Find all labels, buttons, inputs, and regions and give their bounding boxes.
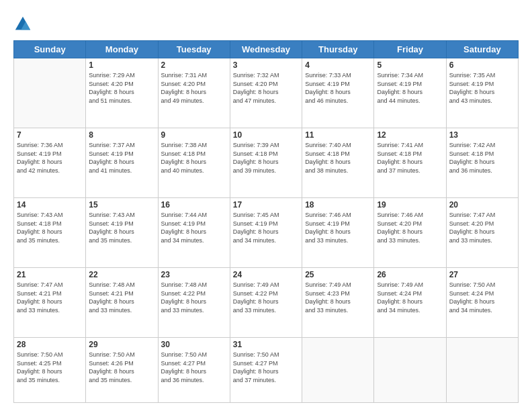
day-info: Sunrise: 7:50 AM Sunset: 4:24 PM Dayligh… <box>449 281 515 314</box>
calendar-cell: 11Sunrise: 7:40 AM Sunset: 4:18 PM Dayli… <box>302 128 374 198</box>
calendar-cell: 15Sunrise: 7:43 AM Sunset: 4:19 PM Dayli… <box>86 198 158 268</box>
logo-icon <box>13 15 32 34</box>
day-info: Sunrise: 7:50 AM Sunset: 4:26 PM Dayligh… <box>89 351 154 384</box>
day-number: 30 <box>161 340 227 349</box>
day-number: 22 <box>89 270 154 279</box>
calendar-table: SundayMondayTuesdayWednesdayThursdayFrid… <box>13 40 519 403</box>
day-info: Sunrise: 7:40 AM Sunset: 4:18 PM Dayligh… <box>305 141 371 175</box>
day-info: Sunrise: 7:36 AM Sunset: 4:19 PM Dayligh… <box>17 141 83 175</box>
day-info: Sunrise: 7:50 AM Sunset: 4:27 PM Dayligh… <box>161 351 227 384</box>
day-number: 20 <box>449 200 515 210</box>
calendar-cell: 2Sunrise: 7:31 AM Sunset: 4:20 PM Daylig… <box>158 58 230 128</box>
calendar-cell: 10Sunrise: 7:39 AM Sunset: 4:18 PM Dayli… <box>230 128 302 198</box>
day-info: Sunrise: 7:49 AM Sunset: 4:23 PM Dayligh… <box>305 281 371 314</box>
calendar-cell: 30Sunrise: 7:50 AM Sunset: 4:27 PM Dayli… <box>158 338 230 403</box>
day-info: Sunrise: 7:39 AM Sunset: 4:18 PM Dayligh… <box>233 141 299 175</box>
calendar-cell <box>14 58 86 128</box>
calendar-cell: 24Sunrise: 7:49 AM Sunset: 4:22 PM Dayli… <box>230 268 302 338</box>
day-info: Sunrise: 7:47 AM Sunset: 4:20 PM Dayligh… <box>449 211 515 244</box>
calendar-cell: 26Sunrise: 7:49 AM Sunset: 4:24 PM Dayli… <box>374 268 446 338</box>
day-number: 5 <box>377 60 443 70</box>
day-number: 26 <box>377 270 443 279</box>
calendar-cell: 25Sunrise: 7:49 AM Sunset: 4:23 PM Dayli… <box>302 268 374 338</box>
day-info: Sunrise: 7:44 AM Sunset: 4:19 PM Dayligh… <box>161 211 227 244</box>
day-number: 7 <box>17 130 83 140</box>
day-number: 9 <box>161 130 227 140</box>
day-number: 14 <box>17 200 83 210</box>
calendar-cell: 3Sunrise: 7:32 AM Sunset: 4:20 PM Daylig… <box>230 58 302 128</box>
day-info: Sunrise: 7:43 AM Sunset: 4:19 PM Dayligh… <box>89 211 154 244</box>
day-number: 28 <box>17 340 83 349</box>
calendar-cell: 21Sunrise: 7:47 AM Sunset: 4:21 PM Dayli… <box>14 268 86 338</box>
day-info: Sunrise: 7:31 AM Sunset: 4:20 PM Dayligh… <box>161 71 227 105</box>
day-number: 1 <box>89 60 154 70</box>
day-number: 2 <box>161 60 227 70</box>
calendar-cell <box>446 338 518 403</box>
day-number: 16 <box>161 200 227 210</box>
calendar-week-row: 28Sunrise: 7:50 AM Sunset: 4:25 PM Dayli… <box>14 338 519 403</box>
day-info: Sunrise: 7:45 AM Sunset: 4:19 PM Dayligh… <box>233 211 299 244</box>
calendar-cell: 31Sunrise: 7:50 AM Sunset: 4:27 PM Dayli… <box>230 338 302 403</box>
day-info: Sunrise: 7:48 AM Sunset: 4:21 PM Dayligh… <box>89 281 154 314</box>
calendar-day-header: Sunday <box>14 41 86 58</box>
day-number: 23 <box>161 270 227 279</box>
day-number: 19 <box>377 200 443 210</box>
calendar-cell: 29Sunrise: 7:50 AM Sunset: 4:26 PM Dayli… <box>86 338 158 403</box>
page: SundayMondayTuesdayWednesdayThursdayFrid… <box>0 0 532 411</box>
calendar-week-row: 14Sunrise: 7:43 AM Sunset: 4:18 PM Dayli… <box>14 198 519 268</box>
calendar-cell: 28Sunrise: 7:50 AM Sunset: 4:25 PM Dayli… <box>14 338 86 403</box>
calendar-cell: 14Sunrise: 7:43 AM Sunset: 4:18 PM Dayli… <box>14 198 86 268</box>
calendar-cell: 19Sunrise: 7:46 AM Sunset: 4:20 PM Dayli… <box>374 198 446 268</box>
calendar-cell <box>302 338 374 403</box>
calendar-cell: 20Sunrise: 7:47 AM Sunset: 4:20 PM Dayli… <box>446 198 518 268</box>
day-info: Sunrise: 7:46 AM Sunset: 4:20 PM Dayligh… <box>377 211 443 244</box>
day-info: Sunrise: 7:32 AM Sunset: 4:20 PM Dayligh… <box>233 71 299 105</box>
day-number: 18 <box>305 200 371 210</box>
day-info: Sunrise: 7:46 AM Sunset: 4:19 PM Dayligh… <box>305 211 371 244</box>
day-number: 24 <box>233 270 299 279</box>
calendar-cell: 1Sunrise: 7:29 AM Sunset: 4:20 PM Daylig… <box>86 58 158 128</box>
day-info: Sunrise: 7:42 AM Sunset: 4:18 PM Dayligh… <box>449 141 515 175</box>
day-info: Sunrise: 7:47 AM Sunset: 4:21 PM Dayligh… <box>17 281 83 314</box>
calendar-day-header: Saturday <box>446 41 518 58</box>
logo <box>13 15 35 34</box>
day-info: Sunrise: 7:49 AM Sunset: 4:24 PM Dayligh… <box>377 281 443 314</box>
day-number: 31 <box>233 340 299 349</box>
calendar-cell: 7Sunrise: 7:36 AM Sunset: 4:19 PM Daylig… <box>14 128 86 198</box>
calendar-day-header: Monday <box>86 41 158 58</box>
day-number: 15 <box>89 200 154 210</box>
day-number: 25 <box>305 270 371 279</box>
day-info: Sunrise: 7:50 AM Sunset: 4:27 PM Dayligh… <box>233 351 299 384</box>
day-info: Sunrise: 7:29 AM Sunset: 4:20 PM Dayligh… <box>89 71 154 105</box>
calendar-cell: 8Sunrise: 7:37 AM Sunset: 4:19 PM Daylig… <box>86 128 158 198</box>
day-info: Sunrise: 7:43 AM Sunset: 4:18 PM Dayligh… <box>17 211 83 244</box>
calendar-cell: 17Sunrise: 7:45 AM Sunset: 4:19 PM Dayli… <box>230 198 302 268</box>
day-number: 27 <box>449 270 515 279</box>
calendar-week-row: 21Sunrise: 7:47 AM Sunset: 4:21 PM Dayli… <box>14 268 519 338</box>
calendar-day-header: Wednesday <box>230 41 302 58</box>
calendar-cell: 16Sunrise: 7:44 AM Sunset: 4:19 PM Dayli… <box>158 198 230 268</box>
calendar-week-row: 1Sunrise: 7:29 AM Sunset: 4:20 PM Daylig… <box>14 58 519 128</box>
day-number: 21 <box>17 270 83 279</box>
header <box>13 12 519 34</box>
day-info: Sunrise: 7:33 AM Sunset: 4:19 PM Dayligh… <box>305 71 371 105</box>
calendar-cell: 9Sunrise: 7:38 AM Sunset: 4:18 PM Daylig… <box>158 128 230 198</box>
day-info: Sunrise: 7:34 AM Sunset: 4:19 PM Dayligh… <box>377 71 443 105</box>
calendar-cell: 6Sunrise: 7:35 AM Sunset: 4:19 PM Daylig… <box>446 58 518 128</box>
day-number: 12 <box>377 130 443 140</box>
calendar-cell: 5Sunrise: 7:34 AM Sunset: 4:19 PM Daylig… <box>374 58 446 128</box>
day-info: Sunrise: 7:50 AM Sunset: 4:25 PM Dayligh… <box>17 351 83 384</box>
day-number: 3 <box>233 60 299 70</box>
day-number: 6 <box>449 60 515 70</box>
calendar-cell: 12Sunrise: 7:41 AM Sunset: 4:18 PM Dayli… <box>374 128 446 198</box>
day-number: 13 <box>449 130 515 140</box>
calendar-cell: 23Sunrise: 7:48 AM Sunset: 4:22 PM Dayli… <box>158 268 230 338</box>
day-info: Sunrise: 7:49 AM Sunset: 4:22 PM Dayligh… <box>233 281 299 314</box>
calendar-day-header: Friday <box>374 41 446 58</box>
calendar-cell: 18Sunrise: 7:46 AM Sunset: 4:19 PM Dayli… <box>302 198 374 268</box>
calendar-cell: 22Sunrise: 7:48 AM Sunset: 4:21 PM Dayli… <box>86 268 158 338</box>
calendar-cell: 27Sunrise: 7:50 AM Sunset: 4:24 PM Dayli… <box>446 268 518 338</box>
calendar-day-header: Thursday <box>302 41 374 58</box>
calendar-header-row: SundayMondayTuesdayWednesdayThursdayFrid… <box>14 41 519 58</box>
calendar-day-header: Tuesday <box>158 41 230 58</box>
